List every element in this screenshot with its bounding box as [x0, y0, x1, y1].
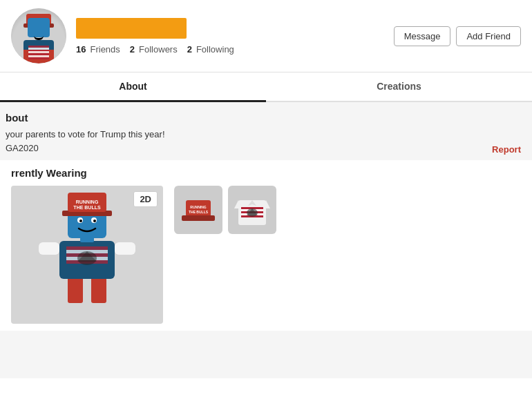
bio-line1: your parents to vote for Trump this year…	[6, 128, 521, 142]
username-bar	[76, 18, 187, 39]
avatar	[11, 8, 66, 64]
content-area: bout your parents to vote for Trump this…	[0, 102, 532, 378]
wearing-section: rrently Wearing 2D	[0, 160, 532, 331]
tab-about[interactable]: About	[0, 72, 266, 102]
svg-rect-12	[115, 242, 135, 255]
profile-info: 16 Friends 2 Followers 2 Following	[76, 18, 384, 55]
bio-line2: GA2020	[6, 142, 521, 155]
character-svg: RUNNING THE BULLS	[32, 193, 142, 317]
wearing-title: rrently Wearing	[11, 167, 521, 179]
svg-rect-11	[39, 242, 59, 255]
add-friend-button[interactable]: Add Friend	[456, 26, 521, 46]
wearing-content: 2D	[11, 186, 521, 324]
svg-point-18	[93, 220, 96, 222]
following-count: 2	[187, 44, 192, 55]
profile-actions: Message Add Friend	[394, 26, 521, 46]
svg-point-17	[79, 220, 82, 222]
svg-text:THE BULLS: THE BULLS	[189, 210, 209, 214]
friends-label: Friends	[90, 44, 120, 55]
svg-text:THE BULLS: THE BULLS	[73, 205, 101, 210]
svg-rect-24	[182, 215, 215, 221]
svg-text:RUNNING: RUNNING	[76, 200, 99, 204]
profile-header: 16 Friends 2 Followers 2 Following Messa…	[0, 0, 532, 72]
about-title: bout	[6, 112, 521, 124]
svg-rect-1	[91, 275, 106, 303]
about-section: bout your parents to vote for Trump this…	[0, 102, 532, 160]
character-preview: 2D	[11, 186, 163, 324]
friends-count: 16	[76, 44, 86, 55]
stats-row: 16 Friends 2 Followers 2 Following	[76, 44, 384, 55]
item-hat[interactable]: RUNNING THE BULLS	[174, 186, 222, 234]
tab-creations[interactable]: Creations	[266, 72, 532, 102]
svg-rect-0	[68, 275, 83, 303]
tabs-row: About Creations	[0, 72, 532, 102]
2d-badge: 2D	[133, 191, 158, 207]
svg-rect-4	[66, 246, 108, 250]
message-button[interactable]: Message	[394, 26, 451, 46]
followers-label: Followers	[139, 44, 178, 55]
items-grid: RUNNING THE BULLS	[174, 186, 276, 234]
about-bio: your parents to vote for Trump this year…	[6, 128, 521, 155]
followers-count: 2	[130, 44, 135, 55]
following-label: Following	[196, 44, 234, 55]
item-shirt[interactable]	[228, 186, 276, 234]
report-link[interactable]: Report	[492, 144, 521, 155]
svg-text:RUNNING: RUNNING	[190, 205, 206, 209]
